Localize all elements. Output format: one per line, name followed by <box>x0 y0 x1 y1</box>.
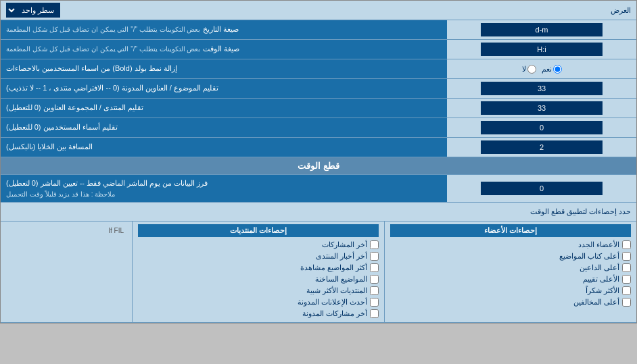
time-cut-input[interactable] <box>481 182 603 195</box>
checkbox-top-violators[interactable] <box>622 298 631 307</box>
usernames-trim-label: تقليم أسماء المستخدمين (0 للتعطيل) <box>1 118 447 137</box>
time-cut-section-header: قطع الوقت <box>1 157 636 175</box>
cells-space-input[interactable] <box>481 140 603 154</box>
stats-item-top-inviters: أعلى الداعين <box>390 262 631 274</box>
checkbox-most-viewed[interactable] <box>370 263 379 272</box>
checkbox-top-writers[interactable] <box>622 252 631 261</box>
stats-item-most-thanked: الأكثر شكراً <box>390 285 631 296</box>
stats-limit-label: حدد إحصاءات لتطبيق قطع الوقت <box>6 207 631 216</box>
checkbox-blog-posts[interactable] <box>370 309 379 318</box>
topics-titles-label: تقليم الموضوع / العناوين المدونة (0 -- ا… <box>1 79 447 98</box>
stats-col-members-header: إحصاءات الأعضاء <box>390 224 631 237</box>
stats-item-most-viewed: أكثر المواضيع مشاهدة <box>138 262 379 274</box>
header-label: العرض <box>60 6 631 15</box>
time-cut-row: فرز البيانات من يوم الماشر الماضي فقط --… <box>1 175 636 203</box>
bold-radio-no[interactable]: لا <box>522 65 536 74</box>
stats-item-top-writers: أعلى كتاب المواضيع <box>390 251 631 262</box>
checkbox-new-members[interactable] <box>622 240 631 249</box>
if-fil-text: If FIL <box>6 224 126 237</box>
checkbox-top-rated[interactable] <box>622 275 631 284</box>
stats-item-latest-ads: أحدث الإعلانات المدونة <box>138 296 379 308</box>
header-select-area: سطر واحد سطران ثلاثة أسطر <box>6 3 60 18</box>
usernames-trim-input-area <box>447 118 636 137</box>
cells-space-label: المسافة بين الخلايا (بالبكسل) <box>1 138 447 157</box>
stats-limit-row: حدد إحصاءات لتطبيق قطع الوقت <box>1 203 636 222</box>
display-select[interactable]: سطر واحد سطران ثلاثة أسطر <box>6 3 60 18</box>
forum-titles-row: تقليم المنتدى / المجموعة العناوين (0 للت… <box>1 99 636 118</box>
bold-radio-group: نعم لا <box>522 65 562 74</box>
time-format-input-area <box>447 40 636 59</box>
stats-item-new-members: الأعضاء الجدد <box>390 239 631 251</box>
stats-section: إحصاءات الأعضاء الأعضاء الجدد أعلى كتاب … <box>1 222 636 323</box>
stats-item-similar-forums: المنتديات الأكثر شبية <box>138 285 379 296</box>
header-row: العرض سطر واحد سطران ثلاثة أسطر <box>1 1 636 20</box>
checkbox-most-thanked[interactable] <box>622 286 631 295</box>
date-format-input[interactable] <box>481 23 603 36</box>
date-format-input-area <box>447 20 636 39</box>
stats-item-last-posts: أخر المشاركات <box>138 239 379 251</box>
bold-remove-radio-area: نعم لا <box>447 59 636 78</box>
stats-item-top-rated: الأعلى تقييم <box>390 274 631 285</box>
bold-remove-label: إزالة نمط بولد (Bold) من اسماء المستخدمي… <box>1 59 447 78</box>
checkbox-hot-topics[interactable] <box>370 275 379 284</box>
checkbox-similar-forums[interactable] <box>370 286 379 295</box>
checkbox-top-inviters[interactable] <box>622 263 631 272</box>
bold-radio-yes[interactable]: نعم <box>542 65 562 74</box>
main-container: العرض سطر واحد سطران ثلاثة أسطر صيغة الت… <box>0 0 637 323</box>
usernames-trim-row: تقليم أسماء المستخدمين (0 للتعطيل) <box>1 118 636 138</box>
stats-col-right: If FIL <box>1 222 133 322</box>
forum-titles-input-area <box>447 99 636 118</box>
cells-space-input-area <box>447 138 636 157</box>
forum-titles-label: تقليم المنتدى / المجموعة العناوين (0 للت… <box>1 99 447 118</box>
stats-item-forum-news: أخر أخبار المنتدى <box>138 251 379 262</box>
stats-item-blog-posts: أخر مشاركات المدونة <box>138 308 379 319</box>
stats-item-top-violators: أعلى المخالفين <box>390 296 631 308</box>
time-cut-input-area <box>447 175 636 202</box>
date-format-label: صيغة التاريخ بعض التكوينات يتطلب "/" الت… <box>1 20 447 39</box>
time-format-row: صيغة الوقت بعض التكوينات يتطلب "/" التي … <box>1 40 636 59</box>
checkbox-latest-ads[interactable] <box>370 298 379 307</box>
checkbox-last-posts[interactable] <box>370 240 379 249</box>
time-cut-label: فرز البيانات من يوم الماشر الماضي فقط --… <box>1 175 447 202</box>
topics-titles-input[interactable] <box>481 82 603 95</box>
stats-item-hot-topics: المواضيع الساخنة <box>138 274 379 285</box>
forum-titles-input[interactable] <box>481 101 603 115</box>
bold-remove-row: نعم لا إزالة نمط بولد (Bold) من اسماء ال… <box>1 59 636 79</box>
stats-col-forums: إحصاءات المنتديات أخر المشاركات أخر أخبا… <box>133 222 385 322</box>
usernames-trim-input[interactable] <box>481 121 603 134</box>
cells-space-row: المسافة بين الخلايا (بالبكسل) <box>1 138 636 157</box>
time-format-label: صيغة الوقت بعض التكوينات يتطلب "/" التي … <box>1 40 447 59</box>
topics-titles-input-area <box>447 79 636 98</box>
checkbox-forum-news[interactable] <box>370 252 379 261</box>
date-format-row: صيغة التاريخ بعض التكوينات يتطلب "/" الت… <box>1 20 636 40</box>
stats-col-members: إحصاءات الأعضاء الأعضاء الجدد أعلى كتاب … <box>385 222 636 322</box>
topics-titles-row: تقليم الموضوع / العناوين المدونة (0 -- ا… <box>1 79 636 99</box>
bold-radio-yes-input[interactable] <box>553 65 562 74</box>
stats-col-forums-header: إحصاءات المنتديات <box>138 224 379 237</box>
bold-radio-no-input[interactable] <box>527 65 536 74</box>
time-format-input[interactable] <box>481 43 603 56</box>
